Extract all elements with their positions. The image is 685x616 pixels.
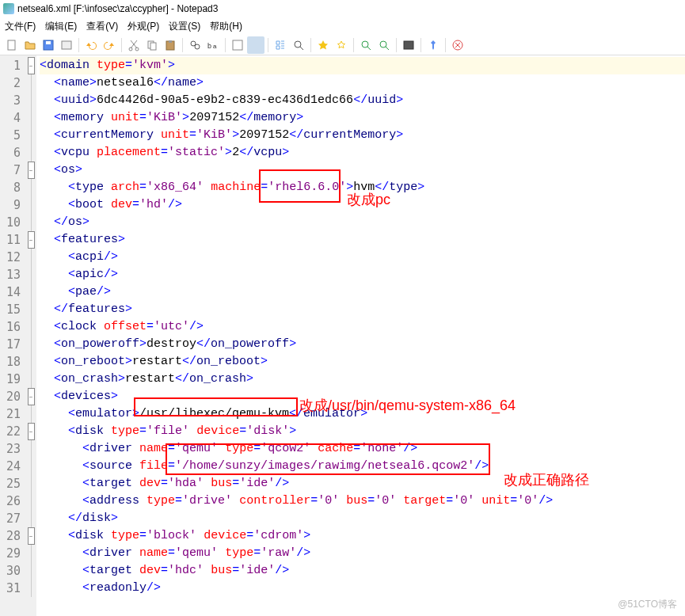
history-icon[interactable]: [58, 36, 75, 54]
code-line[interactable]: <vcpu placement='static'>2</vcpu>: [40, 144, 685, 162]
svg-line-21: [386, 47, 389, 50]
save-icon[interactable]: [40, 36, 57, 54]
separator: [78, 38, 79, 52]
menu-help[interactable]: 帮助(H): [210, 20, 242, 33]
code-line[interactable]: <currentMemory unit='KiB'>2097152</curre…: [40, 127, 685, 144]
code-line[interactable]: <os>: [40, 162, 685, 179]
code-line[interactable]: <domain type='kvm'>: [40, 57, 685, 74]
new-file-icon[interactable]: [3, 36, 21, 54]
code-line[interactable]: <driver name='qemu' type='qcow2' cache='…: [40, 440, 685, 458]
svg-rect-0: [8, 40, 15, 50]
code-line[interactable]: </disk>: [40, 510, 685, 527]
code-line[interactable]: <uuid>6dc4426d-90a5-e9b2-c839-ec436d1edc…: [40, 92, 685, 109]
fold-column: −−−−−−: [25, 55, 36, 616]
fold-toggle[interactable]: −: [28, 231, 35, 249]
code-line[interactable]: <on_crash>restart</on_crash>: [40, 371, 685, 388]
code-line[interactable]: <disk type='block' device='cdrom'>: [40, 527, 685, 545]
svg-point-16: [295, 41, 301, 48]
code-line[interactable]: <on_poweroff>destroy</on_poweroff>: [40, 336, 685, 353]
code-line[interactable]: <pae/>: [40, 283, 685, 301]
svg-text:a: a: [213, 43, 217, 50]
line-number-gutter: 1234567891011121314151617181920212223242…: [0, 55, 25, 616]
svg-rect-14: [233, 40, 242, 50]
svg-point-18: [362, 41, 368, 48]
code-line[interactable]: </features>: [40, 301, 685, 318]
svg-rect-7: [150, 43, 156, 50]
separator: [121, 38, 122, 52]
fold-toggle[interactable]: −: [28, 388, 35, 405]
menu-edit[interactable]: 编辑(E): [45, 20, 77, 33]
code-line[interactable]: <target dev='hdc' bus='ide'/>: [40, 562, 685, 580]
separator: [353, 38, 354, 52]
code-line[interactable]: <target dev='hda' bus='ide'/>: [40, 475, 685, 492]
svg-line-19: [367, 47, 371, 50]
copy-icon[interactable]: [143, 36, 161, 54]
svg-point-20: [380, 41, 386, 48]
zoom-icon[interactable]: [290, 36, 307, 54]
svg-rect-9: [169, 40, 172, 43]
menu-bar: 文件(F) 编辑(E) 查看(V) 外观(P) 设置(S) 帮助(H): [0, 17, 685, 35]
code-line[interactable]: <type arch='x86_64' machine='rhel6.6.0'>…: [40, 179, 685, 196]
separator: [421, 38, 421, 52]
separator: [445, 38, 446, 52]
code-line[interactable]: <boot dev='hd'/>: [40, 196, 685, 214]
code-line[interactable]: <memory unit='KiB'>2097152</memory>: [40, 109, 685, 127]
title-bar: netseal6.xml [F:\infosec\za\ccypher] - N…: [0, 0, 685, 17]
fullscreen-icon[interactable]: [400, 36, 417, 54]
toolbar: ba: [0, 35, 685, 55]
separator: [268, 38, 268, 52]
code-line[interactable]: <readonly/>: [40, 580, 685, 597]
fold-toggle[interactable]: −: [28, 423, 35, 440]
redo-icon[interactable]: [101, 36, 118, 54]
separator: [225, 38, 226, 52]
fold-toggle[interactable]: −: [28, 57, 35, 74]
svg-rect-3: [62, 41, 71, 49]
editor-area[interactable]: 1234567891011121314151617181920212223242…: [0, 55, 685, 616]
separator: [396, 38, 397, 52]
nav-prev-icon[interactable]: [357, 36, 375, 54]
code-line[interactable]: <driver name='qemu' type='raw'/>: [40, 545, 685, 562]
indent-guides-icon[interactable]: [272, 36, 289, 54]
svg-rect-2: [46, 41, 51, 44]
separator: [182, 38, 183, 52]
bookmark-clear-icon[interactable]: [333, 36, 350, 54]
pin-icon[interactable]: [424, 36, 442, 54]
code-line[interactable]: <acpi/>: [40, 249, 685, 266]
svg-line-17: [300, 47, 303, 50]
code-line[interactable]: <devices>: [40, 388, 685, 405]
menu-file[interactable]: 文件(F): [5, 20, 36, 33]
fold-toggle[interactable]: −: [28, 527, 35, 545]
window-title: netseal6.xml [F:\infosec\za\ccypher] - N…: [17, 3, 218, 14]
code-area[interactable]: 改成pc 改成/usr/bin/qemu-system-x86_64 改成正确路…: [36, 55, 685, 616]
undo-icon[interactable]: [82, 36, 100, 54]
code-line[interactable]: <address type='drive' controller='0' bus…: [40, 492, 685, 510]
code-line[interactable]: <emulator>/usr/libexec/qemu-kvm</emulato…: [40, 405, 685, 423]
svg-rect-15: [251, 40, 261, 50]
cut-icon[interactable]: [125, 36, 143, 54]
code-line[interactable]: <clock offset='utc'/>: [40, 318, 685, 336]
svg-point-11: [195, 44, 200, 49]
separator: [310, 38, 311, 52]
open-icon[interactable]: [21, 36, 39, 54]
menu-settings[interactable]: 设置(S): [169, 20, 200, 33]
code-line[interactable]: <features>: [40, 231, 685, 249]
fold-toggle[interactable]: −: [28, 162, 35, 179]
replace-icon[interactable]: ba: [204, 36, 222, 54]
close-icon[interactable]: [449, 36, 466, 54]
code-line[interactable]: <source file='/home/sunzy/images/rawimg/…: [40, 458, 685, 475]
code-line[interactable]: <disk type='file' device='disk'>: [40, 423, 685, 440]
code-line[interactable]: <name>netseal6</name>: [40, 74, 685, 92]
bookmark-icon[interactable]: [314, 36, 332, 54]
menu-appearance[interactable]: 外观(P): [127, 20, 159, 33]
code-line[interactable]: </os>: [40, 214, 685, 231]
paste-icon[interactable]: [162, 36, 179, 54]
whitespace-icon[interactable]: [247, 36, 264, 54]
code-line[interactable]: <apic/>: [40, 266, 685, 283]
menu-view[interactable]: 查看(V): [86, 20, 118, 33]
word-wrap-icon[interactable]: [229, 36, 246, 54]
notepad3-app-icon: [3, 3, 14, 14]
svg-rect-22: [404, 41, 413, 49]
code-line[interactable]: <on_reboot>restart</on_reboot>: [40, 353, 685, 371]
nav-next-icon[interactable]: [375, 36, 393, 54]
find-icon[interactable]: [186, 36, 204, 54]
